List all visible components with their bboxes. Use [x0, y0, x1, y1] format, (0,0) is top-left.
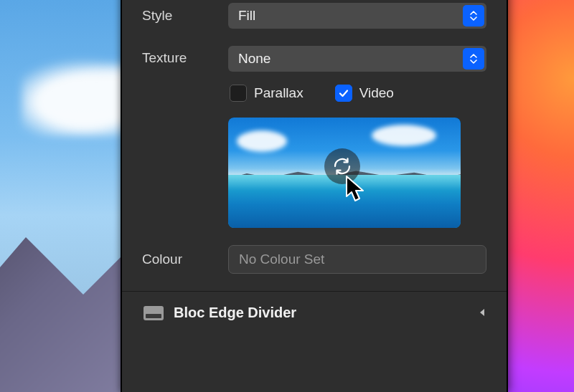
refresh-overlay[interactable]: [324, 148, 360, 184]
colour-value: No Colour Set: [239, 252, 324, 267]
background-thumbnail[interactable]: [228, 118, 461, 228]
style-select-value: Fill: [238, 8, 255, 24]
edge-divider-icon: [144, 306, 164, 320]
texture-label: Texture: [142, 46, 228, 66]
updown-icon: [463, 5, 484, 27]
parallax-checkbox-label: Parallax: [254, 85, 304, 101]
video-checkbox-label: Video: [359, 85, 394, 101]
colour-row: Colour No Colour Set: [142, 245, 486, 274]
wallpaper-cloud: [22, 50, 129, 136]
texture-select[interactable]: None: [228, 46, 486, 72]
checkbox-row: Parallax Video: [228, 85, 486, 102]
thumbnail-cloud: [237, 130, 287, 152]
texture-select-value: None: [238, 51, 270, 67]
style-select[interactable]: Fill: [228, 3, 486, 29]
style-label: Style: [142, 8, 228, 24]
section-divider: [122, 291, 507, 292]
section-header[interactable]: Bloc Edge Divider: [142, 302, 486, 321]
texture-row: Texture None Parallax Video: [142, 46, 486, 228]
disclosure-triangle-icon[interactable]: [478, 305, 486, 321]
wallpaper-sky: [0, 0, 129, 392]
thumbnail-cloud: [372, 125, 436, 146]
refresh-icon: [331, 156, 353, 177]
colour-label: Colour: [142, 252, 228, 267]
updown-icon: [463, 48, 484, 70]
parallax-checkbox[interactable]: Parallax: [230, 85, 304, 102]
colour-well[interactable]: No Colour Set: [228, 245, 486, 274]
section-title: Bloc Edge Divider: [174, 305, 468, 321]
checkbox-box-checked: [335, 85, 352, 102]
checkbox-box: [230, 85, 247, 102]
video-checkbox[interactable]: Video: [335, 85, 394, 102]
wallpaper-mountain: [0, 191, 129, 392]
inspector-panel: Style Fill Texture None: [121, 0, 508, 392]
checkmark-icon: [339, 88, 349, 98]
style-row: Style Fill: [142, 3, 486, 29]
